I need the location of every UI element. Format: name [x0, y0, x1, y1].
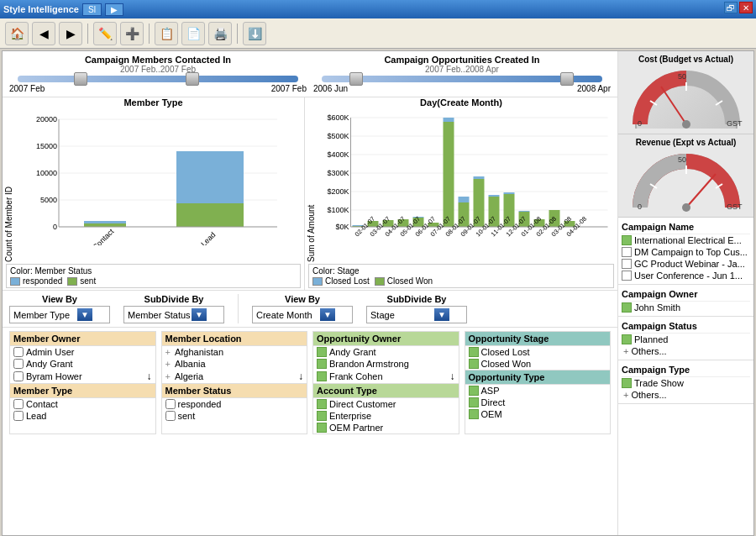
add-btn[interactable]: ➕	[120, 22, 144, 45]
campaign-name-label-0: International Electrical E...	[634, 235, 742, 245]
opp-type-cb-1[interactable]	[469, 397, 479, 407]
member-owner-cb-2[interactable]	[13, 371, 24, 381]
campaign-name-cb-3[interactable]	[622, 271, 632, 281]
campaign-type-cb-0[interactable]	[622, 378, 632, 388]
campaign-name-label-2: GC Product Webinar - Ja...	[634, 259, 745, 269]
title-nav-btn[interactable]: ▶	[105, 3, 123, 16]
member-status-cb-0[interactable]	[165, 399, 176, 409]
account-type-cb-1[interactable]	[317, 411, 327, 421]
campaign-name-cb-2[interactable]	[622, 259, 632, 269]
member-subdivide-dropdown[interactable]: Member Status ▼	[123, 306, 224, 323]
expand-icon[interactable]: +	[165, 347, 171, 357]
member-type-chart: Member Type Count of Member ID	[3, 97, 305, 290]
home-btn[interactable]: 🏠	[5, 22, 29, 45]
opp-owner-header: Opportunity Owner	[313, 332, 459, 346]
campaign-name-cb-0[interactable]	[622, 235, 632, 245]
left-slider-handle-start[interactable]	[74, 72, 87, 86]
right-slider-track[interactable]	[322, 76, 602, 82]
opp-legend-title: Color: Stage	[312, 266, 360, 276]
campaign-owner-item-0: John Smith	[622, 302, 750, 313]
opp-owner-label-0: Andy Grant	[329, 347, 376, 357]
opp-owner-cb-1[interactable]	[317, 359, 327, 369]
scroll-down-icon[interactable]: ↓	[147, 370, 152, 382]
svg-rect-40	[444, 122, 454, 227]
opp-chart: Day(Create Month) Sum of Amount	[305, 97, 617, 290]
filter-item: Andy Grant	[313, 346, 459, 358]
title-bar: Style Intelligence SI ▶ 🗗 ✕	[0, 0, 756, 18]
opp-stage-cb-0[interactable]	[469, 347, 479, 357]
campaign-type-others-label[interactable]: Others...	[631, 390, 666, 400]
campaign-status-section: Campaign Status Planned + Others...	[618, 317, 753, 360]
legend-closed-won: Closed Won	[375, 276, 433, 286]
opp-owner-panel: Opportunity Owner Andy Grant Brandon Arm…	[312, 331, 459, 434]
opp-chart-title: Day(Create Month)	[305, 97, 617, 108]
member-type-cb-0[interactable]	[13, 399, 24, 409]
member-viewby-dropdown[interactable]: Member Type ▼	[9, 306, 110, 323]
member-subdivide-arrow[interactable]: ▼	[192, 308, 207, 321]
back-btn[interactable]: ◀	[32, 22, 55, 45]
campaign-owner-header: Campaign Owner	[622, 287, 750, 302]
side-panel: Cost (Budget vs Actual)	[617, 51, 753, 535]
member-status-cb-1[interactable]	[165, 411, 176, 421]
member-owner-cb-0[interactable]	[13, 347, 24, 357]
edit-btn[interactable]: ✏️	[93, 22, 117, 45]
account-type-cb-2[interactable]	[317, 423, 327, 433]
opp-stage-label-1: Closed Won	[481, 359, 532, 369]
close-btn[interactable]: ✕	[739, 2, 753, 13]
right-slider-handle-end[interactable]	[560, 72, 574, 86]
campaign-type-others-icon: +	[623, 390, 628, 400]
opp-stage-panel: Opportunity Stage Closed Lost Closed Won	[465, 331, 612, 434]
campaign-status-cb-0[interactable]	[622, 334, 632, 344]
member-location-panel: Member Location + Afghanistan + Albania	[161, 331, 308, 434]
campaign-type-section: Campaign Type Trade Show + Others...	[618, 360, 753, 404]
restore-btn[interactable]: 🗗	[724, 2, 738, 13]
right-slider-handle-start[interactable]	[349, 72, 363, 86]
account-type-label-1: Enterprise	[329, 411, 371, 421]
member-owner-cb-1[interactable]	[13, 359, 24, 369]
main-content: Campaign Members Contacted In 2007 Feb..…	[2, 50, 754, 536]
opp-type-subpanel: Opportunity Type ASP Direct	[465, 370, 611, 420]
filter-item: Andy Grant	[10, 358, 155, 370]
opp-subdivide-dropdown[interactable]: Stage ▼	[366, 306, 467, 323]
forward-btn[interactable]: ▶	[59, 22, 82, 45]
opp-type-label-2: OEM	[481, 409, 502, 419]
expand-icon[interactable]: +	[165, 359, 171, 369]
right-slider-title: Campaign Opportunities Created In	[384, 55, 539, 65]
scroll-down-icon[interactable]: ↓	[298, 370, 303, 382]
opp-subdivide-arrow[interactable]: ▼	[434, 308, 449, 321]
campaign-owner-cb-0[interactable]	[622, 302, 632, 313]
campaign-status-others-label[interactable]: Others...	[631, 346, 666, 356]
account-type-subpanel: Account Type Direct Customer Enterprise	[313, 383, 459, 434]
member-viewby-arrow[interactable]: ▼	[77, 308, 92, 321]
legend-responded-label: responded	[23, 276, 62, 286]
title-abbr-btn[interactable]: SI	[82, 3, 102, 16]
opp-viewby-value: Create Month	[256, 310, 312, 320]
opp-viewby-arrow[interactable]: ▼	[320, 308, 335, 321]
campaign-name-cb-1[interactable]	[622, 247, 632, 257]
paste-btn[interactable]: 📄	[181, 22, 205, 45]
member-type-cb-1[interactable]	[13, 411, 24, 421]
filter-item: Direct	[465, 397, 611, 408]
export-btn[interactable]: ⬇️	[243, 22, 266, 45]
opp-type-cb-2[interactable]	[469, 409, 479, 419]
left-slider-handle-end[interactable]	[186, 72, 199, 86]
opp-viewby-dropdown[interactable]: Create Month ▼	[252, 306, 353, 323]
copy-btn[interactable]: 📋	[155, 22, 178, 45]
account-type-cb-0[interactable]	[317, 399, 327, 409]
legend-sent-label: sent	[80, 276, 96, 286]
opp-type-cb-0[interactable]	[469, 386, 479, 396]
opp-bar-chart: $600K $500K $400K $300K $200K $100K $0K	[319, 111, 614, 245]
filter-item: Contact	[10, 398, 155, 410]
scroll-down-icon[interactable]: ↓	[450, 370, 455, 382]
cost-gauge-container: Cost (Budget vs Actual)	[618, 51, 753, 134]
print-btn[interactable]: 🖨️	[208, 22, 232, 45]
legend-responded-color	[10, 277, 20, 286]
opp-stage-cb-1[interactable]	[469, 359, 479, 369]
opp-owner-cb-2[interactable]	[317, 371, 327, 381]
legend-sent-color	[67, 277, 77, 286]
expand-icon[interactable]: +	[165, 371, 171, 381]
title-bar-text: Style Intelligence	[3, 4, 79, 14]
left-slider-track[interactable]	[18, 76, 298, 82]
member-status-label-1: sent	[178, 411, 196, 421]
opp-owner-cb-0[interactable]	[317, 347, 327, 357]
